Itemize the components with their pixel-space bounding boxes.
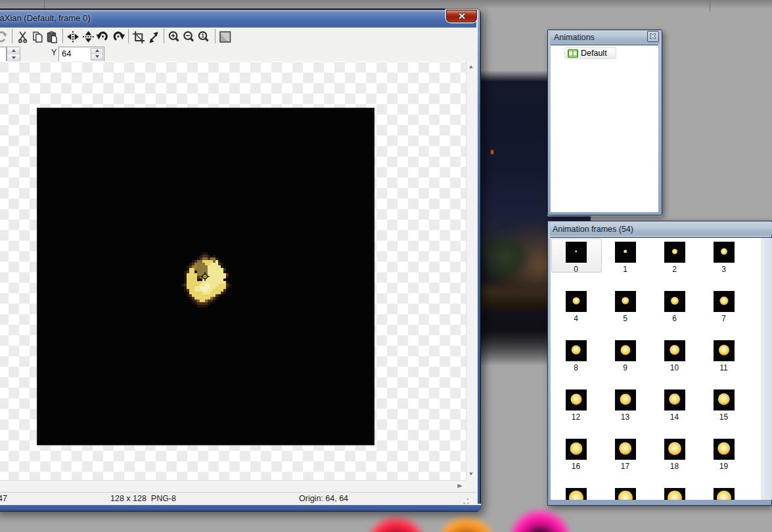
svg-text:1: 1 <box>201 32 204 39</box>
